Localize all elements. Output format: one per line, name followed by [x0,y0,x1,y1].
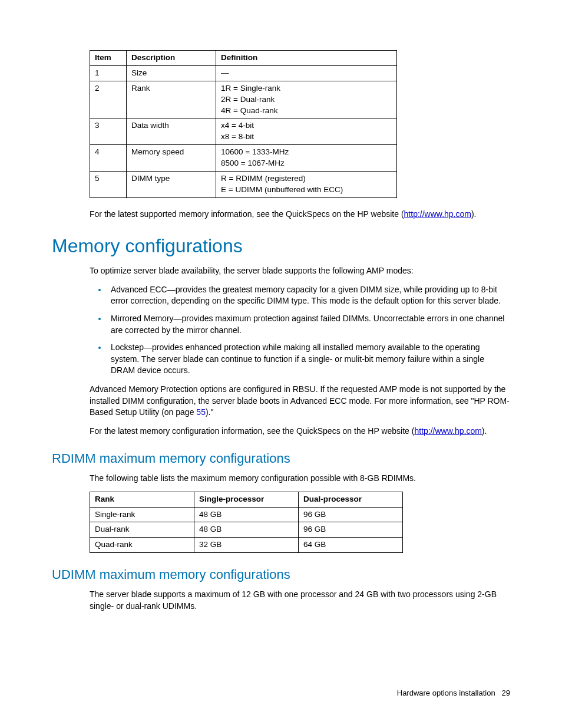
table-header: Rank [90,492,194,507]
table-row: Dual-rank 48 GB 96 GB [90,522,403,538]
footer-section-label: Hardware options installation [397,689,495,697]
rdimm-intro: The following table lists the maximum me… [90,473,510,485]
amp-modes-list: Advanced ECC—provides the greatest memor… [107,284,510,377]
table-row: Quad-rank 32 GB 64 GB [90,538,403,553]
table-header: Description [127,51,216,66]
table-header-row: Rank Single-processor Dual-processor [90,492,403,507]
text: For the latest supported memory informat… [90,209,404,219]
table-row: 5 DIMM type R = RDIMM (registered) E = U… [90,172,397,198]
list-item: Mirrored Memory—provides maximum protect… [107,313,510,336]
cell-desc: Rank [127,81,216,118]
table-row: 1 Size — [90,65,397,81]
udimm-paragraph: The server blade supports a maximum of 1… [90,589,510,612]
text: For the latest memory configuration info… [90,426,414,436]
cell-item: 4 [90,145,127,172]
heading-rdimm-max: RDIMM maximum memory configurations [52,450,510,468]
cell-def: 1R = Single-rank 2R = Dual-rank 4R = Qua… [216,81,397,118]
page-footer: Hardware options installation 29 [397,688,510,699]
cell-desc: Size [127,65,216,81]
cell-sp: 32 GB [194,538,299,553]
page-reference[interactable]: 55 [196,407,206,417]
table-header: Item [90,51,127,66]
rdimm-max-table: Rank Single-processor Dual-processor Sin… [90,492,403,554]
cell-desc: Memory speed [127,145,216,172]
cell-item: 2 [90,81,127,118]
cell-dp: 96 GB [299,522,403,538]
table-row: Single-rank 48 GB 96 GB [90,507,403,522]
cell-item: 3 [90,118,127,145]
table-header: Dual-processor [299,492,403,507]
latest-config-paragraph: For the latest memory configuration info… [90,426,510,437]
hp-website-link[interactable]: http://www.hp.com [414,426,481,436]
cell-desc: DIMM type [127,172,216,198]
table-header: Definition [216,51,397,66]
text: Advanced Memory Protection options are c… [90,384,510,417]
cell-dp: 64 GB [299,538,403,553]
heading-udimm-max: UDIMM maximum memory configurations [52,566,510,584]
document-page: Item Description Definition 1 Size — 2 R… [0,0,562,728]
cell-desc: Data width [127,118,216,145]
table-row: 3 Data width x4 = 4-bit x8 = 8-bit [90,118,397,145]
amp-modes-intro: To optimize server blade availability, t… [90,265,510,277]
cell-rank: Single-rank [90,507,194,522]
heading-memory-configurations: Memory configurations [52,233,510,259]
dimm-identifier-table: Item Description Definition 1 Size — 2 R… [90,50,397,198]
cell-def: 10600 = 1333-MHz 8500 = 1067-MHz [216,145,397,172]
cell-def: x4 = 4-bit x8 = 8-bit [216,118,397,145]
cell-dp: 96 GB [299,507,403,522]
cell-def: R = RDIMM (registered) E = UDIMM (unbuff… [216,172,397,198]
amp-rbsu-paragraph: Advanced Memory Protection options are c… [90,384,510,419]
list-item: Advanced ECC—provides the greatest memor… [107,284,510,307]
table-row: 4 Memory speed 10600 = 1333-MHz 8500 = 1… [90,145,397,172]
list-item: Lockstep—provides enhanced protection wh… [107,342,510,377]
footer-page-number: 29 [502,689,510,697]
cell-rank: Quad-rank [90,538,194,553]
text: )." [206,407,214,417]
cell-sp: 48 GB [194,522,299,538]
hp-website-link[interactable]: http://www.hp.com [404,209,471,219]
table-row: 2 Rank 1R = Single-rank 2R = Dual-rank 4… [90,81,397,118]
text: ). [471,209,477,219]
cell-def: — [216,65,397,81]
table-header-row: Item Description Definition [90,51,397,66]
supported-memory-paragraph: For the latest supported memory informat… [90,209,510,220]
cell-item: 1 [90,65,127,81]
table-header: Single-processor [194,492,299,507]
cell-sp: 48 GB [194,507,299,522]
text: ). [482,426,487,436]
cell-rank: Dual-rank [90,522,194,538]
cell-item: 5 [90,172,127,198]
